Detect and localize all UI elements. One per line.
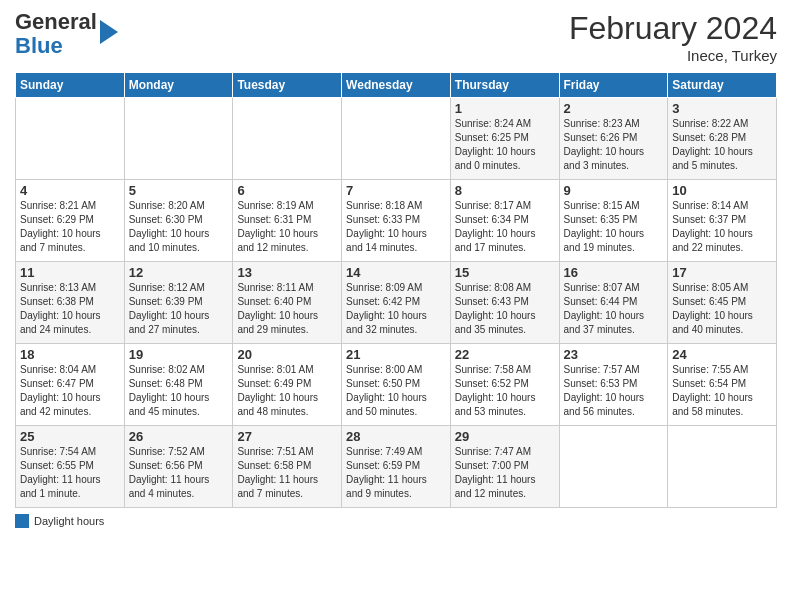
calendar-day-cell: 21Sunrise: 8:00 AM Sunset: 6:50 PM Dayli… xyxy=(342,344,451,426)
day-number: 2 xyxy=(564,101,664,116)
day-number: 9 xyxy=(564,183,664,198)
location: Inece, Turkey xyxy=(569,47,777,64)
day-number: 5 xyxy=(129,183,229,198)
logo-arrow-icon xyxy=(100,20,118,44)
calendar-day-cell: 24Sunrise: 7:55 AM Sunset: 6:54 PM Dayli… xyxy=(668,344,777,426)
calendar-day-cell: 14Sunrise: 8:09 AM Sunset: 6:42 PM Dayli… xyxy=(342,262,451,344)
calendar-day-cell: 28Sunrise: 7:49 AM Sunset: 6:59 PM Dayli… xyxy=(342,426,451,508)
header-day: Friday xyxy=(559,73,668,98)
day-info: Sunrise: 8:18 AM Sunset: 6:33 PM Dayligh… xyxy=(346,199,446,255)
calendar-day-cell xyxy=(342,98,451,180)
day-number: 6 xyxy=(237,183,337,198)
day-number: 3 xyxy=(672,101,772,116)
calendar-day-cell: 16Sunrise: 8:07 AM Sunset: 6:44 PM Dayli… xyxy=(559,262,668,344)
day-info: Sunrise: 8:00 AM Sunset: 6:50 PM Dayligh… xyxy=(346,363,446,419)
logo: General Blue xyxy=(15,10,118,58)
day-number: 16 xyxy=(564,265,664,280)
calendar-week-row: 4Sunrise: 8:21 AM Sunset: 6:29 PM Daylig… xyxy=(16,180,777,262)
calendar-day-cell: 12Sunrise: 8:12 AM Sunset: 6:39 PM Dayli… xyxy=(124,262,233,344)
calendar-table: SundayMondayTuesdayWednesdayThursdayFrid… xyxy=(15,72,777,508)
calendar-day-cell: 1Sunrise: 8:24 AM Sunset: 6:25 PM Daylig… xyxy=(450,98,559,180)
day-info: Sunrise: 8:07 AM Sunset: 6:44 PM Dayligh… xyxy=(564,281,664,337)
day-number: 17 xyxy=(672,265,772,280)
day-info: Sunrise: 8:05 AM Sunset: 6:45 PM Dayligh… xyxy=(672,281,772,337)
day-info: Sunrise: 8:08 AM Sunset: 6:43 PM Dayligh… xyxy=(455,281,555,337)
calendar-day-cell xyxy=(559,426,668,508)
calendar-day-cell: 13Sunrise: 8:11 AM Sunset: 6:40 PM Dayli… xyxy=(233,262,342,344)
calendar-day-cell: 6Sunrise: 8:19 AM Sunset: 6:31 PM Daylig… xyxy=(233,180,342,262)
day-number: 29 xyxy=(455,429,555,444)
legend-label: Daylight hours xyxy=(34,515,104,527)
calendar-day-cell: 15Sunrise: 8:08 AM Sunset: 6:43 PM Dayli… xyxy=(450,262,559,344)
calendar-day-cell: 27Sunrise: 7:51 AM Sunset: 6:58 PM Dayli… xyxy=(233,426,342,508)
logo-blue: Blue xyxy=(15,33,63,58)
day-info: Sunrise: 7:58 AM Sunset: 6:52 PM Dayligh… xyxy=(455,363,555,419)
calendar-day-cell: 17Sunrise: 8:05 AM Sunset: 6:45 PM Dayli… xyxy=(668,262,777,344)
day-info: Sunrise: 8:20 AM Sunset: 6:30 PM Dayligh… xyxy=(129,199,229,255)
calendar-day-cell: 8Sunrise: 8:17 AM Sunset: 6:34 PM Daylig… xyxy=(450,180,559,262)
header-row: SundayMondayTuesdayWednesdayThursdayFrid… xyxy=(16,73,777,98)
calendar-day-cell: 20Sunrise: 8:01 AM Sunset: 6:49 PM Dayli… xyxy=(233,344,342,426)
day-info: Sunrise: 7:47 AM Sunset: 7:00 PM Dayligh… xyxy=(455,445,555,501)
day-info: Sunrise: 7:54 AM Sunset: 6:55 PM Dayligh… xyxy=(20,445,120,501)
calendar-day-cell: 10Sunrise: 8:14 AM Sunset: 6:37 PM Dayli… xyxy=(668,180,777,262)
calendar-day-cell: 26Sunrise: 7:52 AM Sunset: 6:56 PM Dayli… xyxy=(124,426,233,508)
calendar-day-cell: 18Sunrise: 8:04 AM Sunset: 6:47 PM Dayli… xyxy=(16,344,125,426)
day-info: Sunrise: 8:04 AM Sunset: 6:47 PM Dayligh… xyxy=(20,363,120,419)
calendar-day-cell: 11Sunrise: 8:13 AM Sunset: 6:38 PM Dayli… xyxy=(16,262,125,344)
footer: Daylight hours xyxy=(15,514,777,528)
day-info: Sunrise: 8:24 AM Sunset: 6:25 PM Dayligh… xyxy=(455,117,555,173)
day-number: 28 xyxy=(346,429,446,444)
day-number: 7 xyxy=(346,183,446,198)
day-number: 12 xyxy=(129,265,229,280)
day-number: 15 xyxy=(455,265,555,280)
day-number: 4 xyxy=(20,183,120,198)
day-number: 24 xyxy=(672,347,772,362)
page-container: General Blue February 2024 Inece, Turkey… xyxy=(0,0,792,538)
month-title: February 2024 xyxy=(569,10,777,47)
day-number: 22 xyxy=(455,347,555,362)
day-info: Sunrise: 8:14 AM Sunset: 6:37 PM Dayligh… xyxy=(672,199,772,255)
calendar-week-row: 1Sunrise: 8:24 AM Sunset: 6:25 PM Daylig… xyxy=(16,98,777,180)
day-info: Sunrise: 7:52 AM Sunset: 6:56 PM Dayligh… xyxy=(129,445,229,501)
day-number: 19 xyxy=(129,347,229,362)
calendar-day-cell: 25Sunrise: 7:54 AM Sunset: 6:55 PM Dayli… xyxy=(16,426,125,508)
calendar-week-row: 11Sunrise: 8:13 AM Sunset: 6:38 PM Dayli… xyxy=(16,262,777,344)
day-number: 21 xyxy=(346,347,446,362)
day-info: Sunrise: 8:09 AM Sunset: 6:42 PM Dayligh… xyxy=(346,281,446,337)
day-number: 13 xyxy=(237,265,337,280)
calendar-day-cell xyxy=(233,98,342,180)
header-day: Tuesday xyxy=(233,73,342,98)
day-number: 14 xyxy=(346,265,446,280)
day-info: Sunrise: 8:13 AM Sunset: 6:38 PM Dayligh… xyxy=(20,281,120,337)
day-number: 11 xyxy=(20,265,120,280)
day-info: Sunrise: 7:51 AM Sunset: 6:58 PM Dayligh… xyxy=(237,445,337,501)
calendar-day-cell xyxy=(16,98,125,180)
day-number: 18 xyxy=(20,347,120,362)
day-info: Sunrise: 8:23 AM Sunset: 6:26 PM Dayligh… xyxy=(564,117,664,173)
header-day: Wednesday xyxy=(342,73,451,98)
day-number: 27 xyxy=(237,429,337,444)
day-number: 25 xyxy=(20,429,120,444)
day-info: Sunrise: 8:15 AM Sunset: 6:35 PM Dayligh… xyxy=(564,199,664,255)
header-day: Monday xyxy=(124,73,233,98)
calendar-day-cell: 3Sunrise: 8:22 AM Sunset: 6:28 PM Daylig… xyxy=(668,98,777,180)
day-number: 1 xyxy=(455,101,555,116)
calendar-day-cell: 19Sunrise: 8:02 AM Sunset: 6:48 PM Dayli… xyxy=(124,344,233,426)
day-number: 23 xyxy=(564,347,664,362)
day-number: 10 xyxy=(672,183,772,198)
header-day: Sunday xyxy=(16,73,125,98)
calendar-day-cell: 7Sunrise: 8:18 AM Sunset: 6:33 PM Daylig… xyxy=(342,180,451,262)
day-info: Sunrise: 8:12 AM Sunset: 6:39 PM Dayligh… xyxy=(129,281,229,337)
calendar-day-cell: 4Sunrise: 8:21 AM Sunset: 6:29 PM Daylig… xyxy=(16,180,125,262)
calendar-day-cell: 23Sunrise: 7:57 AM Sunset: 6:53 PM Dayli… xyxy=(559,344,668,426)
day-info: Sunrise: 7:55 AM Sunset: 6:54 PM Dayligh… xyxy=(672,363,772,419)
calendar-day-cell xyxy=(124,98,233,180)
day-info: Sunrise: 7:49 AM Sunset: 6:59 PM Dayligh… xyxy=(346,445,446,501)
day-number: 20 xyxy=(237,347,337,362)
logo-general: General xyxy=(15,9,97,34)
calendar-day-cell xyxy=(668,426,777,508)
calendar-day-cell: 22Sunrise: 7:58 AM Sunset: 6:52 PM Dayli… xyxy=(450,344,559,426)
calendar-week-row: 25Sunrise: 7:54 AM Sunset: 6:55 PM Dayli… xyxy=(16,426,777,508)
calendar-day-cell: 9Sunrise: 8:15 AM Sunset: 6:35 PM Daylig… xyxy=(559,180,668,262)
